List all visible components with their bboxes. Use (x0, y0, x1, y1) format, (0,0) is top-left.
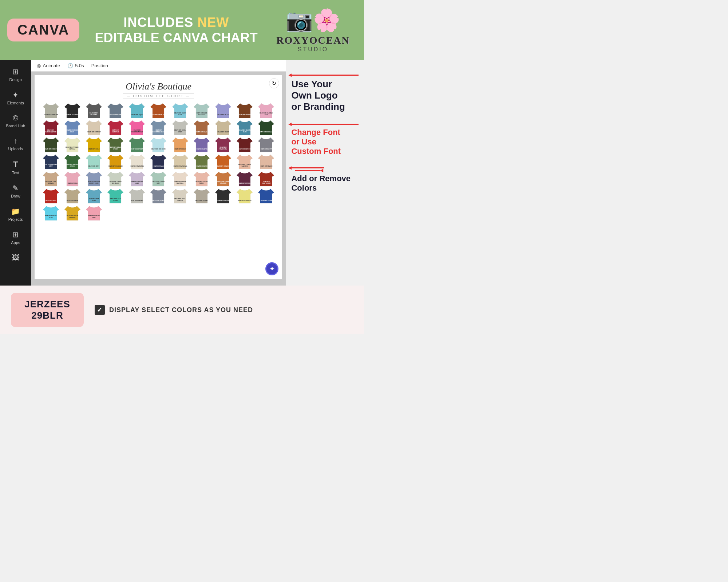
list-item: DARK GREY HEATHER (84, 103, 104, 119)
tshirt-shape: HEATHER PRISM SALMON (214, 171, 232, 187)
list-item: HEATHER MILITARY GREEN (62, 154, 83, 170)
list-item: HEATHER PRISM LILAC (127, 171, 147, 187)
sidebar-item-draw[interactable]: ✎ Draw (0, 180, 31, 202)
list-item: HEATHER SEA GREEN (105, 188, 126, 204)
tshirt-shape: HEATHER OLIVE (193, 154, 210, 170)
tshirt-shape: HEATHER SEA GREEN (107, 188, 124, 204)
tshirt-shape: HEATHER NEON BLUE (42, 205, 60, 221)
media-icon: 🖼 (12, 254, 19, 262)
tshirt-shape: HEATHER COOL GREY (171, 120, 189, 136)
tshirt-shape: HEATHER MILITARY NAVY (42, 154, 60, 170)
list-item: HEATHER MILITARY NAVY (40, 154, 61, 170)
font-text: Change Fontor UseCustom Font (291, 128, 359, 156)
list-item: HEATHER PINE (62, 171, 83, 187)
list-item: HEATHER NATURAL (127, 154, 147, 170)
sidebar-item-text[interactable]: T Text (0, 156, 31, 179)
list-item: HEATHER GREEN (127, 137, 147, 153)
list-item: HEATHER PINK GRAVEL (40, 171, 61, 187)
studio-text: STUDIO (273, 46, 353, 53)
tshirt-shape: HEATHER GOLD (85, 137, 103, 153)
list-item: HEATHER MAGENTA (213, 137, 233, 153)
sidebar-label-apps: Apps (11, 240, 20, 245)
list-item: HEATHER AQUA (127, 103, 147, 119)
design-icon: ⊞ (12, 67, 19, 76)
list-item: HEATHER PRISM DUSTY BLUE (84, 171, 104, 187)
tshirt-shape: HEATHER CEMENT (85, 120, 103, 136)
list-item: HEATHER FOREST (40, 137, 61, 153)
camera-icon: 📷🌸 (273, 7, 353, 33)
tshirt-shape: DARK GREY HEATHER (85, 103, 103, 119)
includes-text: INCLUDES (123, 15, 197, 30)
tshirt-shape: HEATHER SEA GUME (85, 188, 103, 204)
checkbox-checked-icon: ✓ (95, 305, 105, 315)
time-button[interactable]: 🕐 5.0s (67, 63, 84, 68)
banner-headline: INCLUDES NEW (87, 15, 266, 30)
list-item: BLACK HEATHER (62, 103, 83, 119)
tshirt-shape: HEATHER BLUE LAGOON (193, 103, 210, 119)
tshirt-shape: HEATHER PRISM NATURAL (171, 171, 189, 187)
list-item: HEATHER SILVER (127, 188, 147, 204)
tshirt-shape: HEATHER PRISM LILAC (128, 171, 146, 187)
uploads-icon: ↑ (14, 137, 17, 145)
sidebar-item-apps[interactable]: ⊞ Apps (0, 227, 31, 248)
sidebar-item-projects[interactable]: 📁 Projects (0, 203, 31, 225)
tshirt-shape: HEATHER NATURAL (128, 154, 146, 170)
list-item: HEATHER EMERALD (256, 120, 276, 136)
tshirt-shape: HEATHER ICE BLUE (150, 137, 167, 153)
list-item: HEATHER FRENCH VANILLA (62, 137, 83, 153)
tshirt-shape: HEATHER RED (42, 188, 60, 204)
list-item: HEATHER CARDINAL (105, 120, 126, 136)
jerzees-badge: JERZEES29BLR (11, 293, 84, 327)
list-item: HEATHER SEA GUME (84, 188, 104, 204)
list-item: HEATHER PRISM MINT (148, 171, 169, 187)
sidebar: ⊞ Design ✦ Elements © Brand Hub ↑ Upload… (0, 60, 31, 286)
colors-text: Add or RemoveColors (291, 174, 359, 193)
animate-button[interactable]: ◎ Animate (37, 63, 60, 68)
boutique-name: Olivia's Boutique (40, 81, 276, 92)
sidebar-item-uploads[interactable]: ↑ Uploads (0, 133, 31, 155)
tshirt-shape: HEATHER STONE (193, 188, 210, 204)
apps-icon: ⊞ (12, 230, 19, 239)
top-banner: CANVA INCLUDES NEW EDITABLE CANVA CHART … (0, 0, 364, 60)
list-item: HEATHER NEON PINK (84, 205, 104, 221)
tshirt-shape: DEEP HEATHER (107, 103, 124, 119)
boutique-subtitle: — CUSTOM TEE STORE — (123, 93, 194, 99)
tshirt-shape: HEATHER MAUVE (257, 137, 275, 153)
use-logo-callout: ◀ Use YourOwn Logoor Branding (291, 75, 359, 113)
list-item: HEATHER BUBBLE GUM (256, 103, 276, 119)
sidebar-item-elements[interactable]: ✦ Elements (0, 87, 31, 109)
tshirt-shape: HEATHER FOREST (42, 137, 60, 153)
logo-area: 📷🌸 ROXYOCEAN STUDIO (273, 7, 353, 53)
tshirt-grid: ATHLETIC HEATHER BLACK HEATHER DARK GREY… (40, 103, 276, 221)
sidebar-item-design[interactable]: ⊞ Design (0, 64, 31, 85)
list-item: HEATHER BABY BLUE (170, 103, 190, 119)
list-item: HEATHER CAROLINA RED (40, 120, 61, 136)
tshirt-shape: HEATHER ORCHID BLUE (64, 120, 81, 136)
display-select-text: DISPLAY SELECT COLORS AS YOU NEED (109, 306, 253, 314)
tshirt-shape: HEATHER COLUMBIA PINK (128, 120, 146, 136)
list-item: HEATHER MINT (84, 154, 104, 170)
sidebar-item-media[interactable]: 🖼 (0, 250, 31, 266)
list-item: ATHLETIC HEATHER (40, 103, 61, 119)
canvas-wrapper: ↻ Olivia's Boutique — CUSTOM TEE STORE —… (31, 72, 286, 286)
tshirt-shape: HEATHER MAROON (236, 137, 253, 153)
list-item: HEATHER MAROON (234, 137, 255, 153)
editable-text: EDITABLE CANVA CHART (87, 30, 266, 45)
list-item: HEATHER PRISM SALMON (213, 171, 233, 187)
tshirt-shape: HEATHER BABY BLUE (171, 103, 189, 119)
magic-button[interactable]: ✦ (265, 262, 278, 275)
list-item: HEATHER ORCHID BLUE (62, 120, 83, 136)
tshirt-shape: HEATHER KELLY (171, 137, 189, 153)
tshirt-shape: HEATHER SOFT CREAM (171, 188, 189, 204)
tshirt-shape: HEATHER MAGENTA (214, 137, 232, 153)
list-item: HEATHER RED (40, 188, 61, 204)
refresh-button[interactable]: ↻ (269, 78, 279, 88)
list-item: HEATHER BROWN (234, 103, 255, 119)
sidebar-item-brand-hub[interactable]: © Brand Hub (0, 110, 31, 132)
list-item: HEATHER PRISM NATURAL (170, 171, 190, 187)
list-item: HEATHER ICE BLUE (148, 137, 169, 153)
position-button[interactable]: Position (91, 63, 108, 68)
main-content: ⊞ Design ✦ Elements © Brand Hub ↑ Upload… (0, 60, 364, 286)
elements-icon: ✦ (12, 91, 19, 99)
tshirt-shape: BLACK HEATHER (64, 103, 81, 119)
